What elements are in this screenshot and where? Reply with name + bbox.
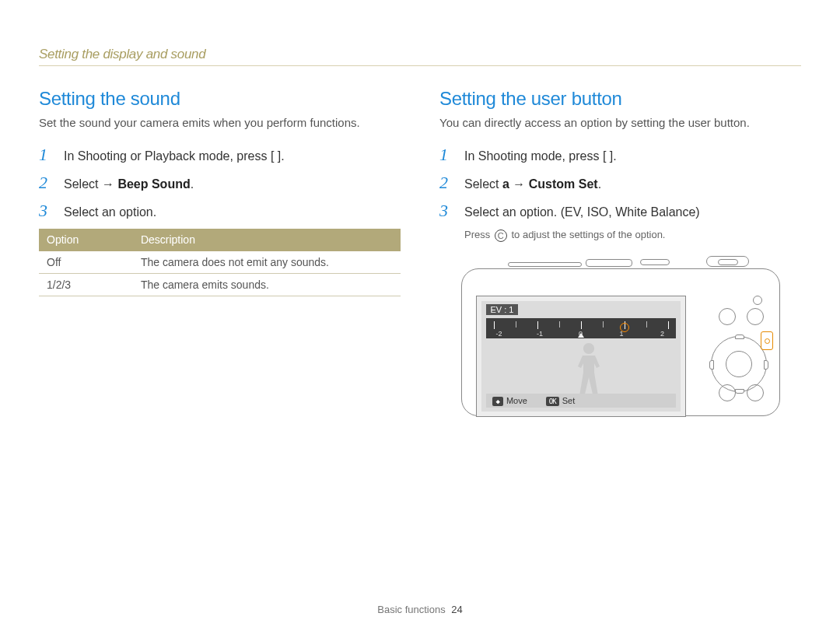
camera-body: EV : 1	[461, 268, 780, 416]
step-text: In Shooting or Playback mode, press [ ].	[64, 149, 401, 163]
intro-sound: Set the sound your camera emits when you…	[39, 116, 401, 129]
camera-button-icon	[719, 384, 736, 401]
ev-tick-label: -2	[494, 330, 505, 338]
hint-set-label: Set	[562, 396, 576, 405]
camera-top-detail	[640, 259, 670, 265]
camera-top-detail	[586, 259, 632, 267]
camera-top-detail	[508, 262, 582, 267]
ev-label: EV : 1	[486, 304, 519, 315]
cell-option: Off	[39, 251, 133, 274]
step-number: 1	[39, 145, 53, 165]
step-number: 2	[39, 173, 53, 193]
page-footer: Basic functions 24	[0, 604, 840, 615]
arrow-icon: →	[102, 177, 114, 191]
table-row: Off The camera does not emit any sounds.	[39, 251, 401, 274]
step-number: 2	[439, 173, 453, 193]
ev-scale: -2 -1 0 1 2	[486, 318, 676, 338]
step-fragment: Select	[64, 177, 102, 191]
step-target: Beep Sound	[117, 177, 190, 191]
table-header-description: Description	[133, 229, 401, 251]
heading-sound: Setting the sound	[39, 88, 401, 110]
sub-note: Press C to adjust the settings of the op…	[464, 229, 801, 242]
camera-shutter-icon	[706, 256, 749, 267]
table-row: 1/2/3 The camera emits sounds.	[39, 274, 401, 296]
sub-fragment: Press	[464, 229, 493, 240]
ev-tick-label: 0	[576, 330, 586, 338]
ok-chip-icon: OK	[546, 397, 559, 406]
camera-led-icon	[753, 296, 762, 305]
camera-dpad-icon	[711, 336, 767, 392]
camera-screen: EV : 1	[476, 296, 686, 417]
footer-page-number: 24	[451, 604, 462, 615]
cell-description: The camera emits sounds.	[133, 274, 401, 296]
hint-bar: ◆Move OKSet	[486, 394, 676, 408]
step-text: Select → Beep Sound.	[64, 177, 401, 191]
step-text: Select a → Custom Set.	[464, 177, 801, 191]
cell-option: 1/2/3	[39, 274, 133, 296]
footer-section: Basic functions	[377, 604, 445, 615]
step-text: In Shooting mode, press [ ].	[464, 149, 801, 163]
step-number: 3	[39, 201, 53, 221]
camera-illustration: EV : 1	[461, 254, 780, 418]
ev-tick-label: -1	[534, 330, 545, 338]
step-target: a	[502, 177, 509, 191]
c-button-icon: C	[495, 229, 507, 242]
step-text: Select an option. (EV, ISO, White Balanc…	[464, 205, 801, 219]
section-user-button: Setting the user button You can directly…	[439, 88, 801, 418]
intro-user-button: You can directly access an option by set…	[439, 116, 801, 129]
c-button-highlight-icon	[761, 331, 773, 350]
arrow-icon: →	[509, 177, 529, 191]
breadcrumb: Setting the display and sound	[39, 47, 801, 66]
cell-description: The camera does not emit any sounds.	[133, 251, 401, 274]
sub-fragment: to adjust the settings of the option.	[509, 229, 666, 240]
step-target: Custom Set	[529, 177, 598, 191]
step-number: 3	[439, 201, 453, 221]
heading-user-button: Setting the user button	[439, 88, 801, 110]
step-fragment: Select	[464, 177, 502, 191]
ev-tick-label: 1	[616, 330, 627, 338]
camera-button-icon	[747, 384, 764, 401]
camera-button-icon	[719, 308, 736, 325]
table-header-option: Option	[39, 229, 133, 251]
step-text: Select an option.	[64, 205, 401, 219]
camera-button-icon	[747, 308, 764, 325]
step-number: 1	[439, 145, 453, 165]
hint-move-label: Move	[506, 396, 527, 405]
section-sound: Setting the sound Set the sound your cam…	[39, 88, 401, 418]
step-fragment: .	[191, 177, 194, 191]
dpad-chip-icon: ◆	[492, 397, 503, 406]
step-fragment: .	[598, 177, 601, 191]
options-table: Option Description Off The camera does n…	[39, 229, 401, 296]
ev-tick-label: 2	[657, 330, 668, 338]
